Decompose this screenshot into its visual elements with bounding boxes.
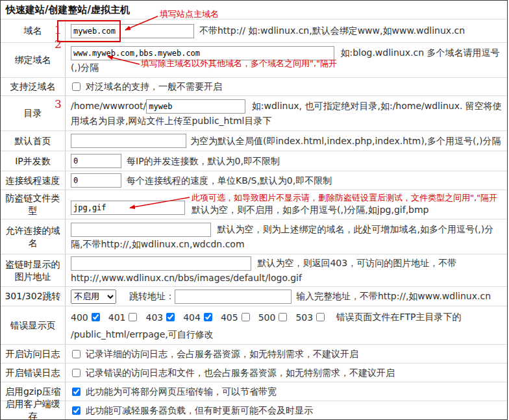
step-marker-2: 2	[55, 38, 62, 51]
error-code-404: 404	[183, 312, 201, 323]
ip-concurrency-label: IP并发数	[1, 151, 66, 171]
row-client-cache: 启用客户端缓存 此功能可减轻服务器负载，但有时更新可能不会及时显示	[1, 401, 507, 419]
allowed-domains-label: 允许连接的域名	[1, 219, 66, 254]
ip-concurrency-input[interactable]	[71, 154, 121, 168]
directory-input[interactable]	[146, 99, 245, 114]
thread-speed-label: 连接线程速度	[1, 171, 66, 190]
error-log-hint: 记录错误的访问日志和文件，也会占服务器资源，如无特别需求，不建议开启	[86, 365, 395, 380]
row-access-log: 开启访问日志 记录详细的访问日志，会占服务器资源，如无特别需求，不建议开启	[1, 344, 507, 363]
error-404-checkbox[interactable]	[204, 313, 212, 321]
thread-speed-hint: 每个连接线程的速度，单位KB/S,默认为0,即不限制	[127, 173, 332, 188]
error-503-checkbox[interactable]	[316, 313, 325, 321]
error-code-401: 401	[108, 312, 126, 323]
client-cache-label: 启用客户端缓存	[1, 401, 66, 419]
error-code-400: 400	[71, 312, 88, 323]
row-error-pages: 错误显示页 400401403404405500503 错误页面文件在FTP主目…	[1, 306, 507, 344]
allowed-domains-input[interactable]	[71, 223, 211, 237]
row-hotlink-image-url: 盗链时显示的图片地址 默认为空，则返回403，可访问的图片地址，不带http:/…	[1, 254, 507, 286]
redirect-hint: 输入完整地址，不带http://,如www.wdlinux.cn	[296, 289, 491, 304]
ip-concurrency-hint: 每IP的并发连接数，默认为0,即不限制	[127, 154, 280, 169]
page-title: 快速建站/创建整站/虚拟主机	[1, 1, 507, 19]
row-hotlink-filetype: 防盗链文件类型 此项可选，如导致图片不显示请，删除防盗链设置后测试，文件类型之间…	[1, 190, 507, 219]
wildcard-label: 支持泛域名	[1, 78, 66, 95]
virtual-host-form-page: 快速建站/创建整站/虚拟主机 域名 不带http:// 如:wdlinux.cn…	[0, 0, 509, 420]
row-gzip: 启用gzip压缩 此功能为可将部分网页压缩传输，可以节省带宽	[1, 382, 507, 401]
error-code-403: 403	[145, 312, 163, 323]
domain-hint: 不带http:// 如:wdlinux.cn,默认会绑定www,如www.wdl…	[199, 23, 465, 38]
hotlink-filetype-label: 防盗链文件类型	[1, 190, 66, 219]
error-400-checkbox[interactable]	[92, 313, 100, 321]
row-wildcard: 支持泛域名 对泛域名的支持，一般不需要开启	[1, 77, 507, 95]
redirect-url-label: 跳转地址：	[129, 289, 175, 304]
hotlink-image-url-input[interactable]	[71, 256, 251, 271]
error-log-label: 开启错误日志	[1, 364, 66, 382]
redirect-select[interactable]: 不启用	[71, 290, 116, 304]
client-cache-hint: 此功能可减轻服务器负载，但有时更新可能不会及时显示	[86, 403, 313, 418]
row-redirect: 301/302跳转 不启用 跳转地址： 输入完整地址，不带http://,如ww…	[1, 286, 507, 306]
error-code-405: 405	[221, 312, 238, 323]
row-allowed-domains: 允许连接的域名 默认为空，则为上述绑定的域名，此处可增加域名,如多个用逗号(,)…	[1, 219, 507, 254]
step-marker-1: 1	[55, 23, 62, 36]
access-log-label: 开启访问日志	[1, 345, 66, 363]
client-cache-checkbox[interactable]	[72, 406, 81, 415]
access-log-hint: 记录详细的访问日志，会占服务器资源，如无特别需求，不建议开启	[86, 347, 358, 362]
error-pages-label: 错误显示页	[1, 306, 66, 344]
wildcard-checkbox[interactable]	[72, 82, 81, 91]
redirect-label: 301/302跳转	[1, 287, 66, 306]
error-401-checkbox[interactable]	[129, 313, 137, 321]
error-code-500: 500	[258, 312, 276, 323]
row-error-log: 开启错误日志 记录错误的访问日志和文件，也会占服务器资源，如无特别需求，不建议开…	[1, 363, 507, 382]
index-page-label: 默认首页	[1, 131, 66, 151]
row-ip-concurrency: IP并发数 每IP的并发连接数，默认为0,即不限制	[1, 151, 507, 171]
gzip-hint: 此功能为可将部分网页压缩传输，可以节省带宽	[86, 384, 277, 399]
error-code-503: 503	[295, 312, 313, 323]
hotlink-image-url-label: 盗链时显示的图片地址	[1, 254, 66, 286]
bind-domain-annotation: 填写除主域名以外其他域名，多个域名之间用","隔开	[141, 58, 337, 69]
index-page-hint: 为空为默认全局值(即index.html,index.php,index.htm…	[190, 134, 501, 149]
hotlink-annotation: 此项可选，如导致图片不显示请，删除防盗链设置后测试，文件类型之间用","隔开	[192, 193, 497, 203]
index-page-input[interactable]	[71, 134, 186, 148]
thread-speed-input[interactable]	[71, 173, 121, 188]
domain-highlight-rectangle	[57, 20, 121, 42]
step-marker-3: 3	[55, 97, 62, 110]
redirect-url-input[interactable]	[175, 290, 292, 304]
gzip-checkbox[interactable]	[72, 388, 81, 396]
hotlink-filetype-hint: 默认为空，则不启用，如多个用逗号(,)分隔,如jpg,gif,bmp	[192, 203, 497, 216]
row-index-page: 默认首页 为空为默认全局值(即index.html,index.php,inde…	[1, 130, 507, 151]
domain-annotation: 填写站点主域名	[160, 8, 219, 20]
row-directory: 目录 /home/wwwroot/ 如:wdlinux, 也可指定绝对目录,如:…	[1, 95, 507, 130]
error-500-checkbox[interactable]	[279, 313, 287, 321]
error-log-checkbox[interactable]	[72, 369, 81, 377]
wildcard-hint: 对泛域名的支持，一般不需要开启	[86, 79, 222, 94]
hotlink-filetype-input[interactable]	[71, 201, 185, 215]
error-405-checkbox[interactable]	[242, 313, 250, 321]
error-403-checkbox[interactable]	[166, 313, 175, 321]
directory-prefix: /home/wwwroot/	[71, 101, 146, 111]
row-thread-speed: 连接线程速度 每个连接线程的速度，单位KB/S,默认为0,即不限制	[1, 171, 507, 190]
access-log-checkbox[interactable]	[72, 350, 81, 358]
